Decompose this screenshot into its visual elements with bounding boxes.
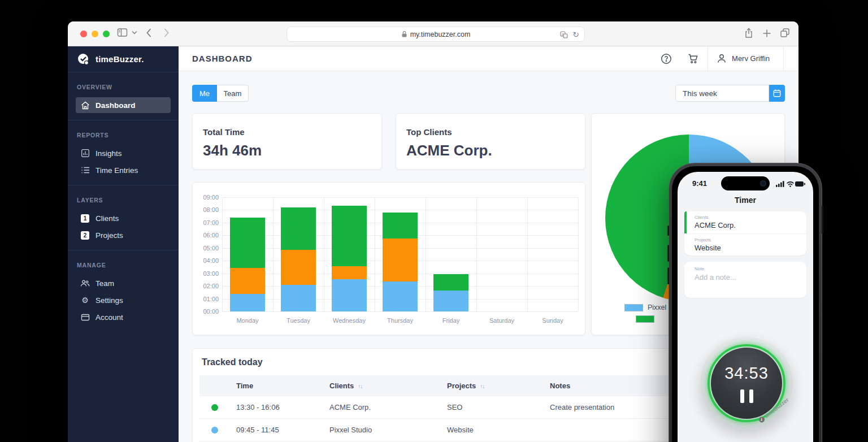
column-time[interactable]: Time (229, 382, 323, 390)
address-bar[interactable]: my.timebuzzer.com a ↻ (287, 27, 585, 42)
volume-down-button (667, 267, 669, 284)
field-label: Clients (695, 215, 806, 220)
status-dot (211, 427, 218, 434)
wifi-icon (787, 182, 793, 185)
active-client-accent (684, 211, 687, 233)
user-icon[interactable] (708, 53, 727, 64)
sidebar-item-label: Projects (96, 231, 123, 240)
top-clients-card: Top Clients ACME Corp. (396, 113, 585, 170)
tab-overview-icon[interactable] (780, 28, 790, 38)
cart-icon[interactable] (680, 53, 708, 64)
share-icon[interactable] (744, 28, 753, 39)
clients-field[interactable]: Clients ACME Corp. (684, 211, 806, 233)
bar-chart-icon (80, 149, 90, 158)
note-placeholder: Add a note... (695, 273, 806, 281)
toggle-me-button[interactable]: Me (192, 85, 217, 102)
y-axis-tick: 04:00 (196, 257, 219, 264)
total-time-title: Total Time (203, 127, 371, 137)
forward-button[interactable] (163, 28, 170, 38)
bar-segment[interactable] (332, 279, 367, 311)
bar-segment[interactable] (230, 218, 265, 268)
toggle-team-button[interactable]: Team (217, 85, 249, 102)
brand-name: timeBuzzer. (96, 54, 144, 64)
chevron-down-icon[interactable] (132, 31, 137, 34)
bar-segment[interactable] (383, 239, 418, 281)
sort-icon[interactable]: ↑↓ (480, 383, 484, 389)
translate-icon[interactable]: a (560, 31, 568, 38)
sidebar-item-label: Clients (96, 214, 119, 223)
y-axis-tick: 03:00 (196, 270, 219, 277)
bar-segment[interactable] (281, 250, 316, 285)
status-bar-icons (776, 180, 805, 190)
layer-1-icon: 1 (80, 214, 90, 223)
zoom-window-button[interactable] (103, 31, 110, 37)
field-value: ACME Corp. (695, 221, 806, 229)
projects-field[interactable]: Projects Website (684, 233, 806, 255)
column-clients[interactable]: Clients↑↓ (323, 382, 440, 390)
volume-up-button (667, 245, 669, 262)
y-axis-tick: 09:00 (196, 194, 219, 201)
sidebar-item-time-entries[interactable]: Time Entries (76, 162, 171, 178)
phone-bezel: 9:41 Timer Clients ACME Corp. (672, 166, 819, 442)
bar-segment[interactable] (281, 207, 316, 250)
reload-icon[interactable]: ↻ (572, 30, 579, 39)
pause-button[interactable] (740, 389, 753, 403)
bar-segment[interactable] (281, 285, 316, 311)
bar-segment[interactable] (230, 294, 265, 311)
cell-time: 13:30 - 16:06 (229, 403, 323, 411)
sort-icon[interactable]: ↑↓ (358, 383, 362, 389)
close-window-button[interactable] (80, 31, 87, 37)
sidebar-item-dashboard[interactable]: Dashboard (76, 97, 171, 113)
view-toggle: Me Team (192, 85, 249, 102)
timebuzzer-logo-icon (77, 53, 90, 66)
sidebar-item-clients[interactable]: 1 Clients (76, 210, 171, 226)
page-title: DASHBOARD (192, 54, 253, 63)
cell-project: SEO (440, 403, 543, 411)
column-projects[interactable]: Projects↑↓ (440, 382, 543, 390)
minimize-window-button[interactable] (92, 31, 98, 37)
mute-switch (667, 226, 669, 236)
wifi-dot (789, 185, 791, 187)
battery-icon (795, 181, 805, 187)
help-icon[interactable] (653, 53, 680, 64)
sidebar-item-label: Time Entries (96, 166, 138, 175)
bar-segment[interactable] (433, 274, 468, 291)
sidebar-section-layers: LAYERS (68, 190, 179, 209)
page-header: DASHBOARD (179, 46, 798, 71)
stage: my.timebuzzer.com a ↻ (0, 0, 868, 442)
x-axis-label: Monday (222, 317, 273, 324)
top-clients-value: ACME Corp. (406, 142, 575, 159)
signal-icon (776, 181, 784, 187)
bar-segment[interactable] (332, 266, 367, 279)
card-icon (80, 314, 90, 321)
bar-segment[interactable] (332, 206, 367, 267)
weekly-bar-chart-card: 00:0001:0002:0003:0004:0005:0006:0007:00… (192, 182, 585, 335)
sidebar-item-insights[interactable]: Insights (76, 145, 171, 161)
sidebar: timeBuzzer. OVERVIEW Dashboard REPO (68, 46, 179, 442)
new-tab-icon[interactable] (762, 29, 771, 38)
bar-segment[interactable] (383, 213, 418, 239)
sidebar-item-label: Settings (96, 296, 123, 305)
sidebar-item-label: Account (96, 313, 123, 322)
bar-segment[interactable] (383, 281, 418, 311)
note-field[interactable]: Note Add a note... (684, 262, 806, 298)
period-input[interactable]: This week (675, 85, 769, 102)
lock-icon (401, 31, 407, 38)
sidebar-item-team[interactable]: Team (76, 275, 171, 291)
user-name[interactable]: Merv Griffin (732, 54, 770, 63)
bar-segment[interactable] (433, 291, 468, 311)
url-text: my.timebuzzer.com (410, 31, 471, 38)
top-clients-title: Top Clients (406, 127, 575, 137)
back-button[interactable] (146, 28, 152, 38)
dynamic-island (721, 176, 770, 190)
sidebar-item-settings[interactable]: ⚙ Settings (76, 292, 171, 308)
sidebar-item-projects[interactable]: 2 Projects (76, 227, 171, 243)
legend-swatch (636, 315, 654, 323)
sidebar-item-account[interactable]: Account (76, 309, 171, 325)
calendar-button[interactable] (769, 85, 785, 102)
list-icon (80, 166, 90, 174)
sidebar-toggle-icon[interactable] (117, 28, 128, 37)
cell-client: ACME Corp. (323, 403, 440, 411)
table-title: Tracked today (202, 357, 263, 367)
bar-segment[interactable] (230, 268, 265, 294)
